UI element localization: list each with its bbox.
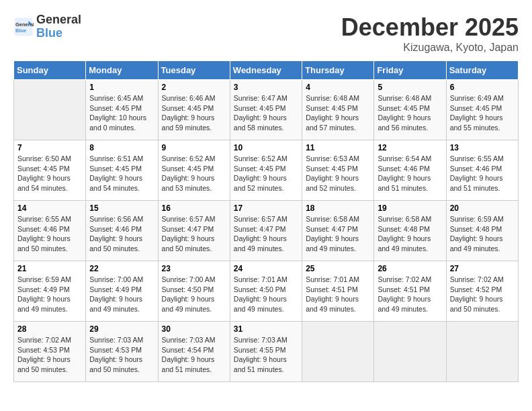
col-header-sunday: Sunday [14,61,86,80]
day-cell: 7Sunrise: 6:50 AMSunset: 4:45 PMDaylight… [14,140,86,201]
day-info: Sunrise: 7:03 AMSunset: 4:54 PMDaylight:… [162,335,226,375]
logo: General Blue GeneralBlue [13,13,81,40]
day-cell: 21Sunrise: 6:59 AMSunset: 4:49 PMDayligh… [14,261,86,322]
day-info: Sunrise: 7:02 AMSunset: 4:52 PMDaylight:… [450,275,515,314]
day-number: 31 [234,324,298,334]
day-number: 4 [306,83,370,92]
day-cell: 17Sunrise: 6:57 AMSunset: 4:47 PMDayligh… [230,201,302,261]
day-cell: 14Sunrise: 6:55 AMSunset: 4:46 PMDayligh… [14,201,86,261]
day-number: 9 [162,143,226,152]
day-cell [14,80,86,140]
day-info: Sunrise: 6:49 AMSunset: 4:45 PMDaylight:… [450,93,515,133]
day-number: 22 [89,264,154,273]
day-number: 5 [378,83,442,92]
col-header-wednesday: Wednesday [230,61,302,80]
day-number: 3 [234,83,298,92]
day-number: 15 [89,203,154,213]
day-number: 12 [378,143,442,152]
day-cell: 6Sunrise: 6:49 AMSunset: 4:45 PMDaylight… [446,80,518,140]
day-cell: 2Sunrise: 6:46 AMSunset: 4:45 PMDaylight… [158,80,230,140]
day-number: 16 [162,203,226,213]
day-info: Sunrise: 6:48 AMSunset: 4:45 PMDaylight:… [306,93,370,133]
day-cell: 25Sunrise: 7:01 AMSunset: 4:51 PMDayligh… [302,261,374,322]
day-info: Sunrise: 6:46 AMSunset: 4:45 PMDaylight:… [162,93,226,133]
day-number: 11 [306,143,370,152]
day-cell: 5Sunrise: 6:48 AMSunset: 4:45 PMDaylight… [374,80,446,140]
day-number: 14 [17,203,82,213]
col-header-thursday: Thursday [302,61,374,80]
day-number: 17 [234,203,298,213]
day-number: 29 [89,324,154,334]
day-cell: 15Sunrise: 6:56 AMSunset: 4:46 PMDayligh… [86,201,158,261]
col-header-friday: Friday [374,61,446,80]
day-info: Sunrise: 7:00 AMSunset: 4:50 PMDaylight:… [162,275,226,314]
day-info: Sunrise: 7:01 AMSunset: 4:50 PMDaylight:… [234,275,298,314]
calendar-table: SundayMondayTuesdayWednesdayThursdayFrid… [13,60,519,382]
day-info: Sunrise: 6:47 AMSunset: 4:45 PMDaylight:… [234,93,298,133]
location: Kizugawa, Kyoto, Japan [341,42,519,54]
logo-text: GeneralBlue [36,13,81,40]
month-title: December 2025 [341,13,519,42]
day-info: Sunrise: 7:02 AMSunset: 4:53 PMDaylight:… [17,335,82,375]
day-info: Sunrise: 6:51 AMSunset: 4:45 PMDaylight:… [89,154,154,193]
day-cell: 4Sunrise: 6:48 AMSunset: 4:45 PMDaylight… [302,80,374,140]
day-number: 18 [306,203,370,213]
day-info: Sunrise: 6:55 AMSunset: 4:46 PMDaylight:… [17,214,82,254]
day-info: Sunrise: 6:58 AMSunset: 4:47 PMDaylight:… [306,214,370,254]
calendar-header-row: SundayMondayTuesdayWednesdayThursdayFrid… [14,61,519,80]
day-number: 30 [162,324,226,334]
day-info: Sunrise: 6:57 AMSunset: 4:47 PMDaylight:… [234,214,298,254]
day-cell [302,322,374,382]
svg-text:Blue: Blue [15,27,26,33]
day-cell: 11Sunrise: 6:53 AMSunset: 4:45 PMDayligh… [302,140,374,201]
day-cell: 8Sunrise: 6:51 AMSunset: 4:45 PMDaylight… [86,140,158,201]
day-cell: 18Sunrise: 6:58 AMSunset: 4:47 PMDayligh… [302,201,374,261]
day-number: 20 [450,203,515,213]
week-row-5: 28Sunrise: 7:02 AMSunset: 4:53 PMDayligh… [14,322,519,382]
day-cell: 20Sunrise: 6:59 AMSunset: 4:48 PMDayligh… [446,201,518,261]
day-info: Sunrise: 6:52 AMSunset: 4:45 PMDaylight:… [234,154,298,193]
day-cell: 24Sunrise: 7:01 AMSunset: 4:50 PMDayligh… [230,261,302,322]
logo-icon: General Blue [13,17,34,37]
day-number: 1 [89,83,154,92]
day-cell [374,322,446,382]
day-number: 28 [17,324,82,334]
day-cell: 16Sunrise: 6:57 AMSunset: 4:47 PMDayligh… [158,201,230,261]
day-cell: 1Sunrise: 6:45 AMSunset: 4:45 PMDaylight… [86,80,158,140]
day-info: Sunrise: 6:55 AMSunset: 4:46 PMDaylight:… [450,154,515,193]
day-number: 24 [234,264,298,273]
day-cell: 13Sunrise: 6:55 AMSunset: 4:46 PMDayligh… [446,140,518,201]
day-info: Sunrise: 6:59 AMSunset: 4:49 PMDaylight:… [17,275,82,314]
col-header-tuesday: Tuesday [158,61,230,80]
day-info: Sunrise: 7:02 AMSunset: 4:51 PMDaylight:… [378,275,442,314]
header: General Blue GeneralBlue December 2025 K… [13,13,519,54]
day-cell: 28Sunrise: 7:02 AMSunset: 4:53 PMDayligh… [14,322,86,382]
day-info: Sunrise: 6:54 AMSunset: 4:46 PMDaylight:… [378,154,442,193]
day-info: Sunrise: 6:56 AMSunset: 4:46 PMDaylight:… [89,214,154,254]
day-number: 6 [450,83,515,92]
day-number: 26 [378,264,442,273]
day-number: 2 [162,83,226,92]
day-info: Sunrise: 7:01 AMSunset: 4:51 PMDaylight:… [306,275,370,314]
week-row-3: 14Sunrise: 6:55 AMSunset: 4:46 PMDayligh… [14,201,519,261]
day-number: 23 [162,264,226,273]
day-number: 21 [17,264,82,273]
day-cell: 31Sunrise: 7:03 AMSunset: 4:55 PMDayligh… [230,322,302,382]
day-number: 25 [306,264,370,273]
day-info: Sunrise: 6:45 AMSunset: 4:45 PMDaylight:… [89,93,154,133]
day-cell: 12Sunrise: 6:54 AMSunset: 4:46 PMDayligh… [374,140,446,201]
col-header-monday: Monday [86,61,158,80]
day-number: 19 [378,203,442,213]
day-cell: 22Sunrise: 7:00 AMSunset: 4:49 PMDayligh… [86,261,158,322]
day-info: Sunrise: 6:52 AMSunset: 4:45 PMDaylight:… [162,154,226,193]
day-cell: 26Sunrise: 7:02 AMSunset: 4:51 PMDayligh… [374,261,446,322]
day-cell: 3Sunrise: 6:47 AMSunset: 4:45 PMDaylight… [230,80,302,140]
day-number: 7 [17,143,82,152]
day-number: 27 [450,264,515,273]
day-cell: 10Sunrise: 6:52 AMSunset: 4:45 PMDayligh… [230,140,302,201]
col-header-saturday: Saturday [446,61,518,80]
day-info: Sunrise: 6:48 AMSunset: 4:45 PMDaylight:… [378,93,442,133]
day-info: Sunrise: 6:57 AMSunset: 4:47 PMDaylight:… [162,214,226,254]
day-cell [446,322,518,382]
day-number: 13 [450,143,515,152]
